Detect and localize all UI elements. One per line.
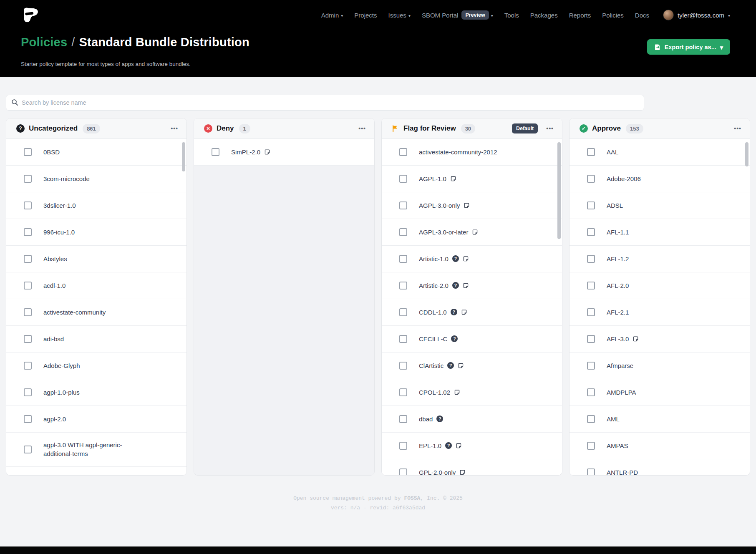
nav-item-admin[interactable]: Admin▾ <box>321 12 343 19</box>
license-row[interactable]: AMPAS <box>570 433 750 459</box>
license-row[interactable]: EPL-1.0? <box>382 433 562 459</box>
license-row[interactable]: 0BSD <box>6 139 186 166</box>
license-text-icon[interactable] <box>472 229 478 235</box>
license-row[interactable]: agpl-1.0-plus <box>6 379 186 406</box>
export-policy-button[interactable]: Export policy as... ▾ <box>647 39 730 55</box>
ellipsis-menu-icon[interactable]: ••• <box>358 126 366 131</box>
search-input[interactable] <box>6 95 644 111</box>
license-row[interactable]: AAL <box>570 139 750 166</box>
license-row[interactable]: AFL-3.0 <box>570 326 750 353</box>
question-badge-icon[interactable]: ? <box>452 255 459 262</box>
license-row[interactable]: activestate-community-2012 <box>382 139 562 166</box>
license-row[interactable]: AML <box>570 406 750 433</box>
license-checkbox[interactable] <box>24 335 32 343</box>
license-row[interactable]: agpl-3.0 WITH minio-exception <box>6 467 186 475</box>
license-row[interactable]: Adobe-2006 <box>570 166 750 192</box>
license-checkbox[interactable] <box>587 415 595 423</box>
scrollbar-thumb[interactable] <box>557 142 561 239</box>
license-text-icon[interactable] <box>463 282 469 289</box>
license-checkbox[interactable] <box>24 175 32 183</box>
license-checkbox[interactable] <box>24 308 32 316</box>
license-checkbox[interactable] <box>587 175 595 183</box>
license-checkbox[interactable] <box>24 228 32 236</box>
license-checkbox[interactable] <box>587 388 595 396</box>
license-row[interactable]: CECILL-C? <box>382 326 562 353</box>
license-checkbox[interactable] <box>24 255 32 263</box>
license-checkbox[interactable] <box>24 415 32 423</box>
license-checkbox[interactable] <box>24 148 32 156</box>
license-row[interactable]: AGPL-1.0 <box>382 166 562 192</box>
license-checkbox[interactable] <box>399 175 407 183</box>
license-checkbox[interactable] <box>399 362 407 370</box>
question-badge-icon[interactable]: ? <box>451 335 458 342</box>
breadcrumb-policies-link[interactable]: Policies <box>21 35 67 49</box>
license-row[interactable]: acdl-1.0 <box>6 272 186 299</box>
license-text-icon[interactable] <box>264 149 270 155</box>
license-row[interactable]: AFL-2.0 <box>570 272 750 299</box>
license-checkbox[interactable] <box>399 388 407 396</box>
license-checkbox[interactable] <box>587 148 595 156</box>
license-checkbox[interactable] <box>399 468 407 475</box>
question-badge-icon[interactable]: ? <box>451 309 457 315</box>
license-text-icon[interactable] <box>464 202 470 209</box>
fossa-logo-icon[interactable] <box>21 7 39 23</box>
nav-item-tools[interactable]: Tools <box>504 12 519 19</box>
user-menu[interactable]: tyler@fossa.com▾ <box>663 10 730 20</box>
license-text-icon[interactable] <box>454 389 460 395</box>
license-row[interactable]: Adobe-Glyph <box>6 353 186 379</box>
license-checkbox[interactable] <box>24 362 32 370</box>
license-row[interactable]: agpl-3.0 WITH agpl-generic-additional-te… <box>6 433 186 467</box>
nav-item-policies[interactable]: Policies <box>602 12 624 19</box>
license-checkbox[interactable] <box>24 446 32 453</box>
license-checkbox[interactable] <box>399 415 407 423</box>
license-checkbox[interactable] <box>587 282 595 290</box>
license-row[interactable]: dbad? <box>382 406 562 433</box>
license-row[interactable]: Artistic-1.0? <box>382 246 562 272</box>
license-checkbox[interactable] <box>399 228 407 236</box>
license-checkbox[interactable] <box>399 335 407 343</box>
license-checkbox[interactable] <box>24 282 32 290</box>
license-checkbox[interactable] <box>24 388 32 396</box>
license-row[interactable]: SimPL-2.0 <box>194 139 374 166</box>
license-text-icon[interactable] <box>450 176 456 182</box>
license-checkbox[interactable] <box>587 201 595 209</box>
license-text-icon[interactable] <box>458 363 464 369</box>
license-row[interactable]: AGPL-3.0-only <box>382 192 562 219</box>
nav-item-projects[interactable]: Projects <box>354 12 377 19</box>
license-row[interactable]: AFL-2.1 <box>570 299 750 326</box>
license-text-icon[interactable] <box>459 469 466 475</box>
nav-item-docs[interactable]: Docs <box>635 12 649 19</box>
license-row[interactable]: Abstyles <box>6 246 186 272</box>
license-checkbox[interactable] <box>399 148 407 156</box>
license-checkbox[interactable] <box>399 282 407 290</box>
ellipsis-menu-icon[interactable]: ••• <box>546 126 554 131</box>
license-text-icon[interactable] <box>463 256 469 262</box>
license-row[interactable]: ClArtistic? <box>382 353 562 379</box>
license-row[interactable]: adi-bsd <box>6 326 186 353</box>
license-row[interactable]: AMDPLPA <box>570 379 750 406</box>
license-checkbox[interactable] <box>212 148 219 156</box>
question-badge-icon[interactable]: ? <box>452 282 459 289</box>
nav-item-packages[interactable]: Packages <box>530 12 558 19</box>
license-row[interactable]: AFL-1.2 <box>570 246 750 272</box>
license-row[interactable]: AGPL-3.0-or-later <box>382 219 562 246</box>
nav-item-sbom-portal[interactable]: SBOM PortalPreview▾ <box>422 10 493 20</box>
license-text-icon[interactable] <box>461 309 467 315</box>
question-badge-icon[interactable]: ? <box>436 416 443 422</box>
license-checkbox[interactable] <box>399 442 407 450</box>
ellipsis-menu-icon[interactable]: ••• <box>734 126 741 131</box>
license-row[interactable]: ANTLR-PD <box>570 459 750 475</box>
license-checkbox[interactable] <box>24 201 32 209</box>
license-checkbox[interactable] <box>399 308 407 316</box>
license-text-icon[interactable] <box>633 336 639 342</box>
license-row[interactable]: AFL-1.1 <box>570 219 750 246</box>
question-badge-icon[interactable]: ? <box>445 442 452 449</box>
license-checkbox[interactable] <box>587 468 595 475</box>
license-row[interactable]: agpl-2.0 <box>6 406 186 433</box>
license-row[interactable]: CPOL-1.02 <box>382 379 562 406</box>
license-row[interactable]: 3com-microcode <box>6 166 186 192</box>
license-row[interactable]: CDDL-1.0? <box>382 299 562 326</box>
license-checkbox[interactable] <box>587 335 595 343</box>
license-row[interactable]: activestate-community <box>6 299 186 326</box>
question-badge-icon[interactable]: ? <box>447 362 454 369</box>
